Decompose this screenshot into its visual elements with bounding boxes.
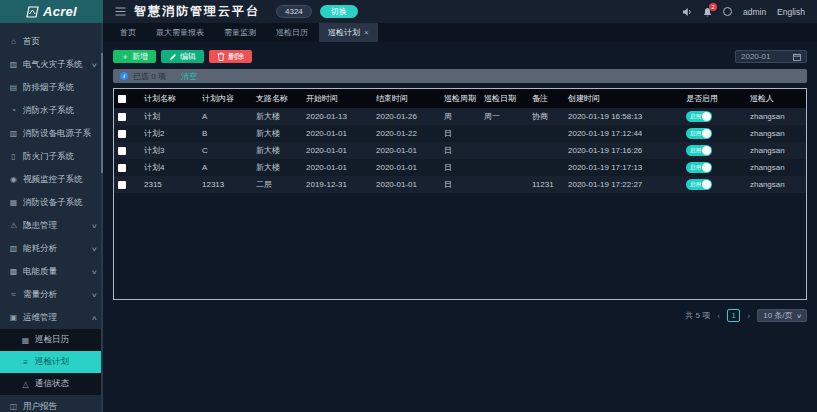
- sidebar-scrollbar[interactable]: [101, 23, 103, 412]
- sidebar-item-energy-analysis[interactable]: ▧ 能耗分析 ∨: [0, 237, 103, 260]
- table-row[interactable]: 计划2 B 新大楼 2020-01-01 2020-01-22 日 2020-0…: [114, 125, 807, 142]
- table-row[interactable]: 计划4 A 新大楼 2020-01-01 2020-01-01 日 2020-0…: [114, 159, 807, 176]
- inspection-plan-table: 计划名称 计划内容 支路名称 开始时间 结束时间 巡检周期 巡检日期 备注 创建…: [114, 89, 807, 193]
- report-icon: ◫: [9, 402, 18, 411]
- cell-plan-name: 计划4: [140, 159, 198, 176]
- add-button[interactable]: ＋ 新增: [113, 50, 156, 63]
- pagination-total: 共 5 项: [685, 310, 710, 321]
- sidebar-item-power-quality[interactable]: ▩ 电能质量 ∨: [0, 260, 103, 283]
- page-size-select[interactable]: 10 条/页 ∨: [757, 309, 807, 322]
- chevron-down-icon: ∨: [90, 268, 97, 275]
- cell-plan-content: A: [198, 108, 252, 125]
- notification-bell-icon[interactable]: 2: [703, 7, 712, 17]
- tab-bar: 首页 最大需量报表 需量监测 巡检日历 巡检计划 ×: [103, 23, 817, 42]
- col-end-time: 结束时间: [372, 89, 440, 108]
- list-icon: ≡: [21, 358, 30, 367]
- select-all-checkbox[interactable]: [118, 95, 126, 103]
- cell-cycle: 日: [440, 142, 480, 159]
- enable-toggle[interactable]: 启用: [686, 179, 712, 190]
- language-switch[interactable]: English: [777, 7, 805, 17]
- sidebar-item-demand-analysis[interactable]: ≈ 需量分析 ∨: [0, 283, 103, 306]
- row-checkbox[interactable]: [118, 164, 126, 172]
- cell-end-time: 2020-01-01: [372, 142, 440, 159]
- switch-project-button[interactable]: 切换: [320, 5, 358, 18]
- next-page-button[interactable]: ›: [747, 311, 750, 321]
- cell-start-time: 2020-01-13: [302, 108, 372, 125]
- cell-branch-name: 新大楼: [252, 159, 302, 176]
- sidebar-item-user-report[interactable]: ◫ 用户报告: [0, 395, 103, 412]
- toggle-knob: [702, 129, 711, 138]
- user-avatar-icon[interactable]: [723, 7, 732, 16]
- enable-toggle[interactable]: 启用: [686, 128, 712, 139]
- enable-toggle[interactable]: 启用: [686, 162, 712, 173]
- cell-enabled: 启用: [682, 159, 746, 176]
- tab-inspection-calendar[interactable]: 巡检日历: [267, 23, 317, 42]
- edit-button-label: 编辑: [180, 51, 196, 62]
- sidebar-item-communication-status[interactable]: △ 通信状态: [0, 373, 103, 395]
- cell-enabled: 启用: [682, 108, 746, 125]
- inspection-plan-table-container: 计划名称 计划内容 支路名称 开始时间 结束时间 巡检周期 巡检日期 备注 创建…: [113, 88, 807, 300]
- table-row[interactable]: 2315 12313 二层 2019-12-31 2020-01-01 日 11…: [114, 176, 807, 193]
- edit-button[interactable]: 编辑: [161, 50, 204, 63]
- tab-label: 巡检日历: [276, 27, 308, 38]
- sidebar-item-fire-equipment-power[interactable]: ▥ 消防设备电源子系统: [0, 122, 103, 145]
- tab-label: 巡检计划: [328, 27, 360, 38]
- sidebar-item-hazard-management[interactable]: ⚠ 隐患管理 ∨: [0, 214, 103, 237]
- sidebar-scrollbar-thumb[interactable]: [101, 53, 103, 173]
- row-checkbox[interactable]: [118, 130, 126, 138]
- sidebar-item-label: 能耗分析: [23, 243, 87, 255]
- cell-plan-name: 计划2: [140, 125, 198, 142]
- cell-branch-name: 新大楼: [252, 142, 302, 159]
- cell-inspection-date: 周一: [480, 108, 528, 125]
- cell-branch-name: 二层: [252, 176, 302, 193]
- delete-button[interactable]: 删除: [209, 50, 252, 63]
- energy-analysis-icon: ▧: [9, 244, 18, 253]
- sidebar-item-ops-management[interactable]: ▣ 运维管理 ∧: [0, 306, 103, 329]
- row-checkbox[interactable]: [118, 113, 126, 121]
- top-bar: 智慧消防管理云平台 4324 切换 2 admin English: [103, 0, 817, 23]
- sidebar-item-inspection-plan[interactable]: ≡ 巡检计划: [0, 351, 103, 373]
- cell-start-time: 2020-01-01: [302, 159, 372, 176]
- row-checkbox[interactable]: [118, 181, 126, 189]
- col-plan-name: 计划名称: [140, 89, 198, 108]
- cell-created-time: 2020-01-19 17:17:13: [564, 159, 682, 176]
- enable-toggle[interactable]: 启用: [686, 145, 712, 156]
- sidebar-item-electrical-fire[interactable]: ▨ 电气火灾子系统 ∨: [0, 53, 103, 76]
- month-picker[interactable]: 2020-01: [735, 50, 807, 63]
- current-page-button[interactable]: 1: [727, 309, 740, 322]
- tab-demand-monitoring[interactable]: 需量监测: [215, 23, 265, 42]
- sidebar-item-label: 运维管理: [23, 312, 87, 324]
- row-checkbox[interactable]: [118, 147, 126, 155]
- sidebar-item-label: 防排烟子系统: [23, 82, 91, 94]
- speaker-icon[interactable]: [682, 7, 692, 17]
- sidebar-item-fire-equipment[interactable]: ▦ 消防设备子系统: [0, 191, 103, 214]
- col-inspection-date: 巡检日期: [480, 89, 528, 108]
- table-row[interactable]: 计划 A 新大楼 2020-01-13 2020-01-26 周 周一 协商 2…: [114, 108, 807, 125]
- menu-fold-icon[interactable]: [115, 7, 126, 16]
- brand-logo: Acrel: [0, 0, 103, 23]
- cell-inspection-date: [480, 125, 528, 142]
- username-label[interactable]: admin: [743, 7, 766, 17]
- close-icon[interactable]: ×: [364, 28, 369, 37]
- sidebar-item-fire-water[interactable]: ◔ 消防水子系统: [0, 99, 103, 122]
- cell-created-time: 2020-01-19 17:16:26: [564, 142, 682, 159]
- delete-button-label: 删除: [228, 51, 244, 62]
- trash-icon: [217, 52, 225, 61]
- cell-branch-name: 新大楼: [252, 108, 302, 125]
- prev-page-button[interactable]: ‹: [717, 311, 720, 321]
- sidebar-item-video-surveillance[interactable]: ◉ 视频监控子系统: [0, 168, 103, 191]
- enable-toggle[interactable]: 启用: [686, 111, 712, 122]
- sidebar-item-fire-door[interactable]: ▯ 防火门子系统: [0, 145, 103, 168]
- tab-max-demand-report[interactable]: 最大需量报表: [147, 23, 213, 42]
- sidebar-item-inspection-calendar[interactable]: ▦ 巡检日历: [0, 329, 103, 351]
- tab-home[interactable]: 首页: [111, 23, 145, 42]
- sidebar-item-smoke-control[interactable]: ▤ 防排烟子系统: [0, 76, 103, 99]
- tab-inspection-plan[interactable]: 巡检计划 ×: [319, 23, 378, 42]
- cell-inspector: zhangsan: [746, 108, 807, 125]
- sidebar-item-home[interactable]: ⌂ 首页: [0, 30, 103, 53]
- clear-selection-link[interactable]: 清空: [181, 71, 197, 82]
- fire-water-icon: ◔: [9, 106, 18, 115]
- sidebar-item-label: 隐患管理: [23, 220, 87, 232]
- table-row[interactable]: 计划3 C 新大楼 2020-01-01 2020-01-01 日 2020-0…: [114, 142, 807, 159]
- tab-label: 需量监测: [224, 27, 256, 38]
